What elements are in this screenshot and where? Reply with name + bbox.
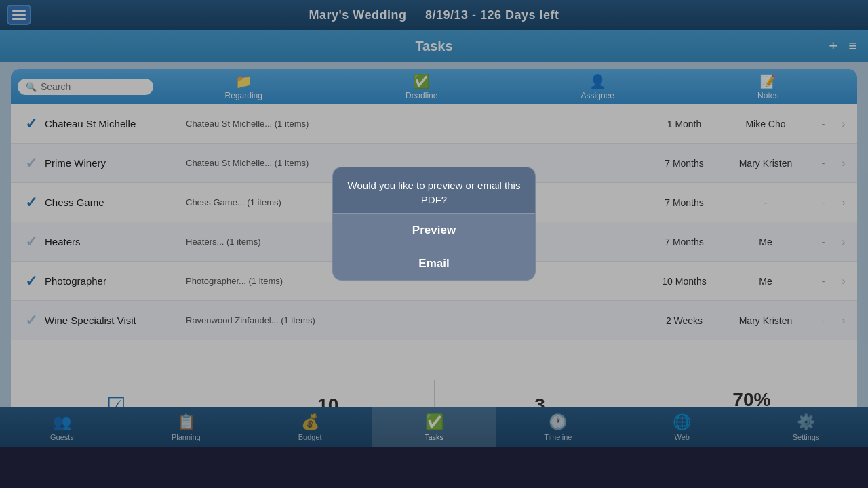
modal-box: Would you like to preview or email this …	[332, 167, 536, 281]
email-button[interactable]: Email	[333, 247, 535, 280]
preview-button[interactable]: Preview	[333, 214, 535, 247]
modal-header: Would you like to preview or email this …	[333, 167, 535, 214]
top-bar: Mary's Wedding 8/19/13 - 126 Days left T…	[0, 0, 868, 447]
modal-message: Would you like to preview or email this …	[348, 180, 521, 205]
modal-overlay: Would you like to preview or email this …	[0, 0, 868, 447]
